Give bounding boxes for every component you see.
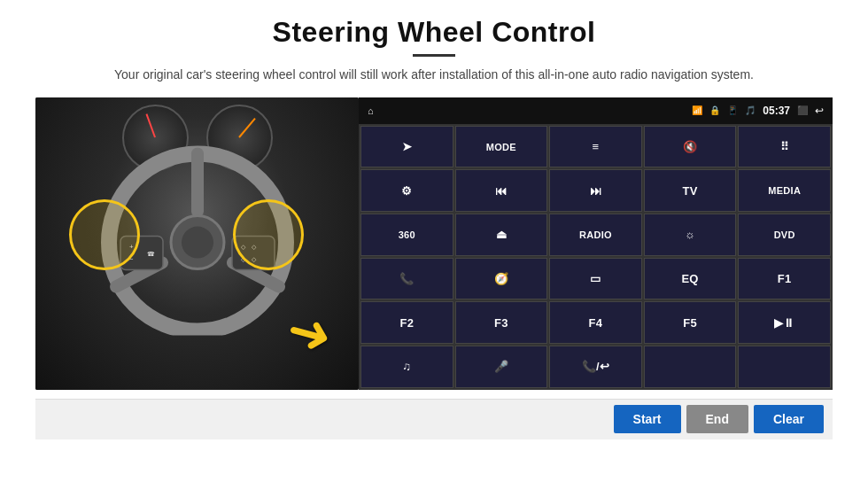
btn-empty1[interactable] — [644, 346, 737, 388]
button-grid: ➤MODE≡🔇⠿⚙⏮⏭TVMEDIA360⏏RADIO☼DVD📞🧭▭EQF1F2… — [359, 124, 833, 390]
btn-phone[interactable]: 📞 — [360, 258, 453, 300]
highlight-circle-left — [69, 199, 140, 270]
wifi-icon: 📶 — [692, 105, 702, 115]
status-right: 📶 🔒 📱 🎵 05:37 ⬛ ↩ — [692, 105, 824, 117]
bottom-bar: Start End Clear — [35, 399, 833, 439]
btn-f3[interactable]: F3 — [455, 301, 548, 344]
btn-mode[interactable]: MODE — [455, 126, 548, 168]
svg-point-5 — [182, 226, 213, 258]
btn-f4[interactable]: F4 — [549, 301, 642, 344]
btn-nav[interactable]: ➤ — [360, 126, 453, 168]
btn-eject[interactable]: ⏏ — [455, 214, 548, 256]
btn-mute[interactable]: 🔇 — [644, 126, 737, 168]
control-panel: ⌂ 📶 🔒 📱 🎵 05:37 ⬛ ↩ ➤MODE≡🔇⠿⚙⏮⏭TVMEDIA36… — [359, 97, 833, 390]
btn-nav2[interactable]: 🧭 — [455, 258, 548, 300]
page-title: Steering Wheel Control — [273, 16, 596, 49]
title-divider — [413, 54, 455, 57]
btn-apps[interactable]: ⠿ — [738, 126, 831, 168]
btn-empty2[interactable] — [738, 346, 831, 388]
btn-tv[interactable]: TV — [644, 169, 737, 212]
btn-list[interactable]: ≡ — [549, 126, 642, 168]
sw-background: + − ☎ ◇ ◇ ◇ ◇ ➜ — [35, 97, 359, 390]
btn-dvd[interactable]: DVD — [738, 214, 831, 256]
btn-f1[interactable]: F1 — [738, 258, 831, 300]
highlight-circle-right — [233, 199, 304, 270]
btn-f2[interactable]: F2 — [360, 301, 453, 344]
btn-radio[interactable]: RADIO — [549, 214, 642, 256]
status-left: ⌂ — [368, 105, 374, 116]
btn-prev[interactable]: ⏮ — [455, 169, 548, 212]
btn-playpause[interactable]: ▶⏸ — [738, 301, 831, 344]
steering-wheel-image: + − ☎ ◇ ◇ ◇ ◇ ➜ — [35, 97, 359, 390]
btn-eq[interactable]: EQ — [644, 258, 737, 300]
home-icon[interactable]: ⌂ — [368, 105, 374, 116]
btn-music[interactable]: ♫ — [360, 346, 453, 388]
page-subtitle: Your original car's steering wheel contr… — [114, 66, 754, 85]
page-container: Steering Wheel Control Your original car… — [0, 0, 868, 482]
btn-mic[interactable]: 🎤 — [455, 346, 548, 388]
btn-display[interactable]: ▭ — [549, 258, 642, 300]
time-display: 05:37 — [763, 105, 790, 117]
lock-icon: 🔒 — [709, 105, 720, 115]
start-button[interactable]: Start — [614, 405, 681, 433]
btn-360[interactable]: 360 — [360, 214, 453, 256]
btn-bright[interactable]: ☼ — [644, 214, 737, 256]
status-bar: ⌂ 📶 🔒 📱 🎵 05:37 ⬛ ↩ — [359, 97, 833, 124]
btn-settings[interactable]: ⚙ — [360, 169, 453, 212]
btn-callanswer[interactable]: 📞/↩ — [549, 346, 642, 388]
bt-icon: 🎵 — [745, 105, 756, 115]
btn-next[interactable]: ⏭ — [549, 169, 642, 212]
clear-button[interactable]: Clear — [754, 405, 824, 433]
back-icon[interactable]: ↩ — [815, 105, 824, 117]
btn-f5[interactable]: F5 — [644, 301, 737, 344]
btn-media[interactable]: MEDIA — [738, 169, 831, 212]
end-button[interactable]: End — [686, 405, 748, 433]
svg-text:☎: ☎ — [147, 250, 155, 256]
sim-icon: 📱 — [727, 105, 738, 115]
screen-icon[interactable]: ⬛ — [797, 105, 808, 115]
content-row: + − ☎ ◇ ◇ ◇ ◇ ➜ — [35, 97, 833, 399]
